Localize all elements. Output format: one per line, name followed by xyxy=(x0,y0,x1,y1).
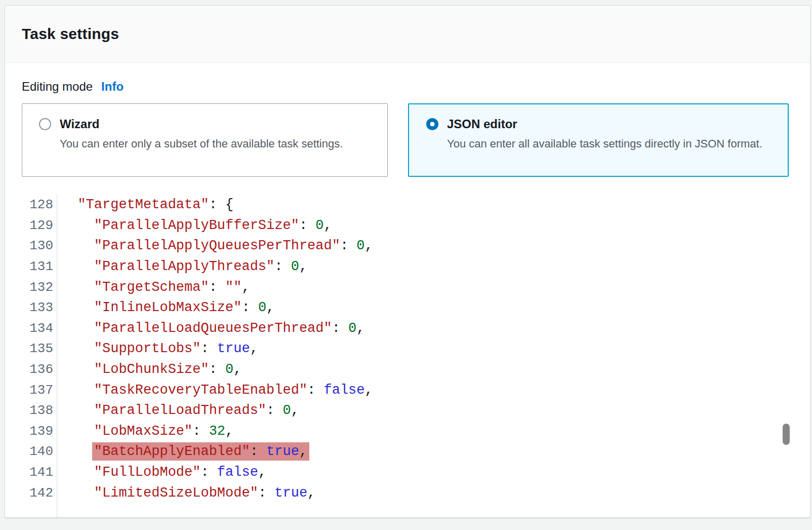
tile-wizard[interactable]: Wizard You can enter only a subset of th… xyxy=(22,103,388,177)
code-line: 133 "InlineLobMaxSize": 0, xyxy=(5,297,810,318)
tile-json-editor-text: JSON editor You can enter all available … xyxy=(447,117,762,153)
code-line: 137 "TaskRecoveryTableEnabled": false, xyxy=(5,380,810,400)
code-line-content: "FullLobMode": false, xyxy=(57,465,266,480)
code-line: 139 "LobMaxSize": 32, xyxy=(5,421,810,442)
tile-wizard-text: Wizard You can enter only a subset of th… xyxy=(60,117,343,153)
editing-mode-row: Editing mode Info xyxy=(22,80,793,94)
editor-scrollbar-thumb[interactable] xyxy=(783,424,790,445)
line-number: 141 xyxy=(5,462,57,483)
code-line-content: "ParallelLoadQueuesPerThread": 0, xyxy=(57,321,365,336)
editor-lines: 128 "TargetMetadata": {129 "ParallelAppl… xyxy=(5,195,810,503)
code-line: 132 "TargetSchema": "", xyxy=(5,277,810,297)
code-line-content: "ParallelApplyQueuesPerThread": 0, xyxy=(57,238,373,253)
task-settings-panel: Task settings Editing mode Info Wizard Y… xyxy=(5,5,810,518)
line-number: 128 xyxy=(5,195,57,215)
code-line-content: "TargetSchema": "", xyxy=(57,280,250,295)
code-line: 135 "SupportLobs": true, xyxy=(5,338,810,359)
line-number: 139 xyxy=(5,421,57,442)
line-number: 135 xyxy=(5,338,57,359)
panel-title: Task settings xyxy=(22,25,119,43)
code-line: 138 "ParallelLoadThreads": 0, xyxy=(5,400,810,421)
line-number: 129 xyxy=(5,215,57,236)
panel-body: Editing mode Info Wizard You can enter o… xyxy=(5,80,810,517)
code-line-content: "LobMaxSize": 32, xyxy=(57,424,233,439)
tile-json-editor-title: JSON editor xyxy=(447,117,762,132)
highlighted-code: "BatchApplyEnabled": true, xyxy=(92,442,309,461)
line-number: 131 xyxy=(5,256,57,277)
code-line: 141 "FullLobMode": false, xyxy=(5,462,810,483)
gutter-spacer xyxy=(5,503,57,517)
line-number: 138 xyxy=(5,400,57,421)
code-line: 129 "ParallelApplyBufferSize": 0, xyxy=(5,215,810,236)
editing-mode-label: Editing mode xyxy=(22,80,93,94)
code-line: 131 "ParallelApplyThreads": 0, xyxy=(5,256,810,277)
tile-wizard-description: You can enter only a subset of the avail… xyxy=(60,135,343,153)
json-code-editor[interactable]: 128 "TargetMetadata": {129 "ParallelAppl… xyxy=(5,195,810,517)
code-line-content: "ParallelApplyThreads": 0, xyxy=(57,259,307,274)
code-line-content: "LobChunkSize": 0, xyxy=(57,362,241,377)
line-number: 142 xyxy=(5,482,57,503)
radio-checked-icon[interactable] xyxy=(426,118,438,130)
line-number: 133 xyxy=(5,297,57,318)
code-line-content: "SupportLobs": true, xyxy=(57,341,258,356)
code-line: 134 "ParallelLoadQueuesPerThread": 0, xyxy=(5,318,810,339)
code-line-content: "InlineLobMaxSize": 0, xyxy=(57,300,274,315)
code-line-content: "TargetMetadata": { xyxy=(57,197,233,212)
line-number: 137 xyxy=(5,380,57,400)
line-number: 132 xyxy=(5,277,57,297)
code-line: 136 "LobChunkSize": 0, xyxy=(5,359,810,380)
line-number: 134 xyxy=(5,318,57,339)
radio-unchecked-icon[interactable] xyxy=(39,118,51,130)
tile-wizard-title: Wizard xyxy=(60,117,343,132)
line-number: 136 xyxy=(5,359,57,380)
code-line: 140 "BatchApplyEnabled": true, xyxy=(5,441,810,462)
code-line: 142 "LimitedSizeLobMode": true, xyxy=(5,482,810,503)
code-line-content: "LimitedSizeLobMode": true, xyxy=(57,485,315,501)
line-number: 130 xyxy=(5,236,57,256)
panel-header: Task settings xyxy=(5,6,810,63)
tile-json-editor[interactable]: JSON editor You can enter all available … xyxy=(408,103,789,177)
tile-json-editor-description: You can enter all available task setting… xyxy=(447,135,762,153)
code-line-content: "ParallelLoadThreads": 0, xyxy=(57,403,299,418)
line-number: 140 xyxy=(5,441,57,462)
code-line-content: "BatchApplyEnabled": true, xyxy=(57,444,309,459)
editing-mode-tiles: Wizard You can enter only a subset of th… xyxy=(22,103,793,177)
code-line: 130 "ParallelApplyQueuesPerThread": 0, xyxy=(5,236,810,256)
info-link[interactable]: Info xyxy=(101,80,124,94)
code-line-content: "ParallelApplyBufferSize": 0, xyxy=(57,218,332,233)
editor-trailing-line xyxy=(5,503,810,517)
code-line-content: "TaskRecoveryTableEnabled": false, xyxy=(57,383,373,398)
code-line: 128 "TargetMetadata": { xyxy=(5,195,810,215)
